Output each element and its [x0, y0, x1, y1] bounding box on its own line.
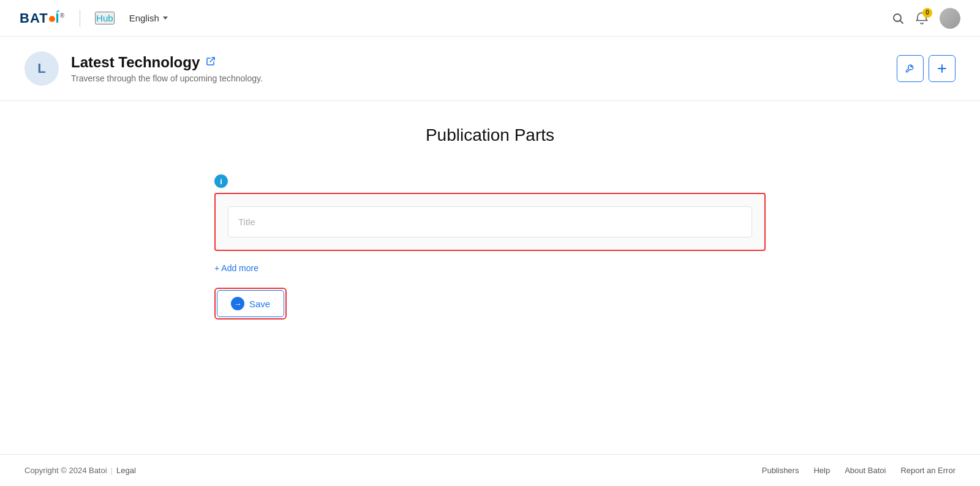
add-more-label: + Add more: [214, 263, 258, 273]
parts-box: [214, 193, 766, 251]
chevron-down-icon: [163, 17, 168, 20]
search-button[interactable]: [892, 12, 904, 24]
avatar-image: [940, 8, 960, 29]
publication-title: Latest Technology: [71, 54, 200, 71]
footer-divider: |: [111, 466, 113, 475]
footer-help-link[interactable]: Help: [813, 466, 830, 475]
logo-oi: Í: [56, 10, 60, 26]
info-icon[interactable]: i: [214, 174, 228, 188]
external-link-icon[interactable]: [206, 56, 216, 69]
add-button[interactable]: [929, 55, 956, 82]
publication-title-row: Latest Technology: [71, 54, 897, 71]
save-button-wrapper: → Save: [214, 288, 287, 320]
header-actions: 0: [892, 8, 960, 29]
footer: Copyright © 2024 Batoi | Legal Publisher…: [0, 454, 980, 486]
search-icon: [892, 12, 904, 24]
notification-badge: 0: [922, 8, 932, 18]
logo-registered: ®: [60, 12, 65, 18]
publication-actions: [897, 55, 956, 82]
language-selector[interactable]: English: [129, 13, 168, 23]
svg-line-1: [900, 20, 903, 23]
footer-left: Copyright © 2024 Batoi | Legal: [24, 466, 136, 475]
language-label: English: [129, 13, 159, 23]
publication-avatar-letter: L: [37, 61, 45, 77]
footer-about-link[interactable]: About Batoi: [845, 466, 886, 475]
settings-button[interactable]: [897, 55, 924, 82]
publication-subtitle: Traverse through the flow of upcoming te…: [71, 73, 897, 83]
publication-avatar: L: [24, 51, 59, 86]
title-input[interactable]: [236, 212, 744, 232]
logo-accent-dot: [49, 16, 55, 22]
svg-line-2: [210, 58, 214, 62]
form-area: i + Add more → Save: [214, 174, 766, 320]
add-more-button[interactable]: + Add more: [214, 261, 258, 275]
footer-legal-link[interactable]: Legal: [116, 466, 136, 475]
save-arrow-icon: →: [231, 297, 244, 310]
notification-button[interactable]: 0: [915, 12, 929, 25]
save-button[interactable]: → Save: [217, 290, 284, 317]
save-label: Save: [249, 299, 270, 309]
avatar[interactable]: [940, 8, 960, 29]
nav-hub-button[interactable]: Hub: [95, 12, 115, 24]
header-divider: [80, 10, 80, 27]
footer-copyright: Copyright © 2024 Batoi: [24, 466, 107, 475]
header: BATÍ® Hub English 0: [0, 0, 980, 37]
main-content: Publication Parts i + Add more → Save: [0, 101, 980, 454]
publication-info: Latest Technology Traverse through the f…: [71, 54, 897, 83]
footer-report-link[interactable]: Report an Error: [900, 466, 956, 475]
logo: BATÍ®: [20, 10, 65, 26]
footer-right: Publishers Help About Batoi Report an Er…: [762, 466, 956, 475]
publication-header: L Latest Technology Traverse through the…: [0, 37, 980, 101]
info-icon-row: i: [214, 174, 228, 188]
logo-bat: BAT: [20, 10, 48, 26]
footer-publishers-link[interactable]: Publishers: [762, 466, 799, 475]
plus-icon: [937, 63, 948, 74]
info-icon-label: i: [220, 177, 222, 186]
page-title: Publication Parts: [426, 125, 554, 145]
wrench-icon: [905, 63, 916, 74]
title-input-wrapper: [228, 206, 752, 237]
